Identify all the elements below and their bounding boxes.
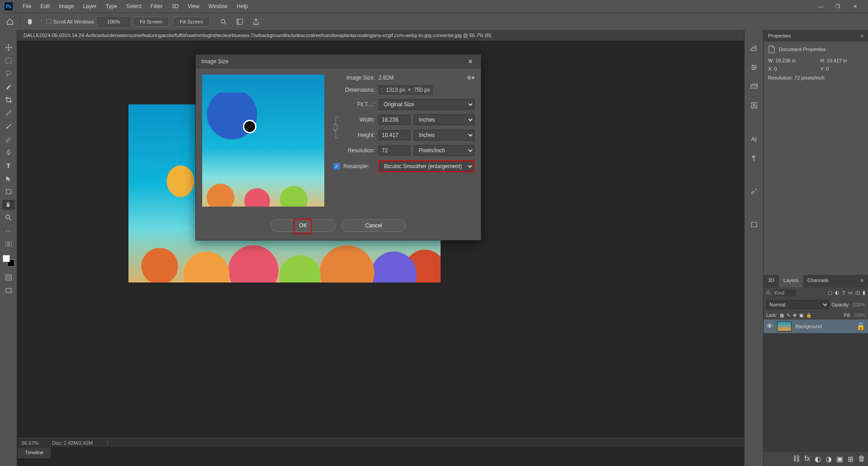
image-size-preview[interactable]: [202, 75, 324, 207]
resolution-unit-select[interactable]: Pixels/Inch: [414, 145, 474, 156]
resample-checkbox[interactable]: ✓: [333, 163, 340, 169]
tool-preset-chevron-icon[interactable]: ˅: [40, 19, 43, 24]
adjustment-layer-icon[interactable]: ◑: [825, 455, 832, 463]
eyedropper-tool[interactable]: [2, 108, 15, 118]
width-unit-select[interactable]: Inches: [414, 114, 474, 125]
fit-screen-button[interactable]: Fit Screen: [133, 17, 169, 27]
status-chevron-icon[interactable]: 〉: [106, 439, 111, 446]
scroll-all-windows-checkbox[interactable]: Scroll All Windows: [46, 19, 94, 24]
layer-background[interactable]: 👁 Background 🔒: [764, 320, 868, 333]
dialog-titlebar[interactable]: Image Size ✕: [196, 55, 481, 68]
lock-paint-icon[interactable]: ✎: [787, 313, 790, 318]
menu-3d[interactable]: 3D: [167, 3, 183, 9]
layer-style-icon[interactable]: fx: [805, 455, 810, 463]
filter-shape-icon[interactable]: ▭: [848, 290, 853, 296]
resample-method-select[interactable]: Bicubic Smoother (enlargement): [379, 160, 474, 172]
dimensions-dropdown[interactable]: ˅ 1313 px × 750 px: [379, 85, 432, 94]
layer-filter-input[interactable]: [773, 289, 796, 297]
search-icon[interactable]: [766, 291, 771, 295]
status-zoom[interactable]: 66.67%: [22, 440, 38, 446]
menu-file[interactable]: File: [18, 3, 36, 9]
lock-pixels-icon[interactable]: ▦: [780, 313, 784, 318]
timeline-panel-tab[interactable]: Timeline: [17, 447, 51, 459]
menu-select[interactable]: Select: [122, 3, 146, 9]
constrain-proportions-icon[interactable]: [334, 115, 340, 140]
menu-image[interactable]: Image: [54, 3, 78, 9]
hand-tool-icon[interactable]: [24, 15, 37, 28]
delete-layer-icon[interactable]: 🗑: [858, 455, 865, 463]
dialog-close-button[interactable]: ✕: [465, 56, 475, 66]
layer-name[interactable]: Background: [795, 324, 853, 329]
layers-panel-menu-icon[interactable]: ≡: [856, 275, 868, 287]
screen-mode[interactable]: [2, 286, 15, 296]
properties-panel-header[interactable]: Properties ≡: [764, 30, 868, 42]
histogram-panel-icon[interactable]: [748, 43, 760, 53]
document-tab[interactable]: DALLE2024-06-0310.14.24-Avibrantunderwat…: [17, 30, 744, 41]
cancel-button[interactable]: Cancel: [341, 219, 406, 232]
fill-screen-button[interactable]: Fill Screen: [173, 17, 210, 27]
filter-type-icon[interactable]: T: [842, 290, 845, 296]
resolution-input[interactable]: [379, 146, 410, 155]
color-swatches[interactable]: [3, 255, 14, 267]
ok-button[interactable]: OK: [270, 219, 336, 232]
marquee-tool[interactable]: [2, 56, 15, 66]
filter-smart-icon[interactable]: ◫: [855, 290, 860, 296]
brush-tool[interactable]: [2, 121, 15, 131]
maximize-button[interactable]: ❐: [829, 1, 846, 12]
filter-adjust-icon[interactable]: ◐: [835, 290, 840, 296]
paragraph-panel-icon[interactable]: ¶: [748, 153, 760, 163]
menu-edit[interactable]: Edit: [36, 3, 54, 9]
width-input[interactable]: [379, 115, 410, 125]
layer-visibility-icon[interactable]: 👁: [766, 322, 773, 330]
libraries-panel-icon[interactable]: [748, 100, 760, 110]
layer-thumbnail[interactable]: [777, 321, 792, 331]
modify-panel-icon[interactable]: [748, 186, 760, 196]
zoom-tool[interactable]: [2, 213, 15, 223]
lasso-tool[interactable]: [2, 69, 15, 79]
toolbar-quickmask-icon[interactable]: [2, 239, 15, 249]
styles-panel-icon[interactable]: [748, 81, 760, 91]
move-tool[interactable]: [2, 42, 15, 52]
menu-layer[interactable]: Layer: [78, 3, 101, 9]
character-panel-icon[interactable]: A|: [748, 134, 760, 144]
height-unit-select[interactable]: Inches: [414, 130, 474, 141]
zoom-level[interactable]: 100%: [98, 17, 129, 26]
menu-window[interactable]: Window: [204, 3, 232, 9]
quick-selection-tool[interactable]: [2, 82, 15, 92]
artboard-panel-icon[interactable]: [748, 220, 760, 230]
workspace-icon[interactable]: [233, 15, 246, 28]
eraser-tool[interactable]: [2, 134, 15, 144]
blend-mode-select[interactable]: Normal: [766, 300, 829, 309]
home-icon[interactable]: [4, 15, 16, 28]
pen-tool[interactable]: [2, 147, 15, 157]
layer-lock-icon[interactable]: 🔒: [856, 322, 865, 330]
hand-tool[interactable]: [2, 200, 15, 210]
lock-position-icon[interactable]: ✥: [793, 313, 797, 318]
search-icon[interactable]: [217, 15, 230, 28]
path-selection-tool[interactable]: [2, 174, 15, 184]
menu-help[interactable]: Help: [232, 3, 252, 9]
foreground-color-swatch[interactable]: [3, 255, 10, 262]
quick-mask-mode[interactable]: [2, 273, 15, 282]
group-icon[interactable]: ▣: [836, 455, 843, 463]
edit-toolbar-icon[interactable]: ···: [2, 226, 15, 236]
tab-channels[interactable]: Channels: [803, 275, 833, 287]
menu-view[interactable]: View: [183, 3, 204, 9]
gear-icon[interactable]: ⚙▾: [467, 75, 474, 81]
close-app-button[interactable]: ✕: [846, 1, 863, 12]
shape-tool[interactable]: [2, 187, 15, 197]
type-tool[interactable]: T: [2, 160, 15, 170]
fill-value[interactable]: 100%: [854, 313, 865, 318]
filter-toggle-icon[interactable]: ▮: [863, 290, 865, 296]
lock-artboard-icon[interactable]: ▣: [799, 313, 803, 318]
new-layer-icon[interactable]: ⊞: [848, 455, 854, 463]
opacity-value[interactable]: 100%: [853, 302, 865, 307]
panel-menu-icon[interactable]: ≡: [861, 33, 863, 38]
tab-3d[interactable]: 3D: [764, 275, 779, 287]
share-icon[interactable]: [250, 15, 262, 28]
layer-mask-icon[interactable]: ◐: [815, 455, 821, 463]
link-layers-icon[interactable]: ⛓: [793, 455, 800, 463]
menu-type[interactable]: Type: [101, 3, 122, 9]
lock-all-icon[interactable]: 🔒: [806, 313, 811, 318]
adjustments-panel-icon[interactable]: [748, 62, 760, 72]
